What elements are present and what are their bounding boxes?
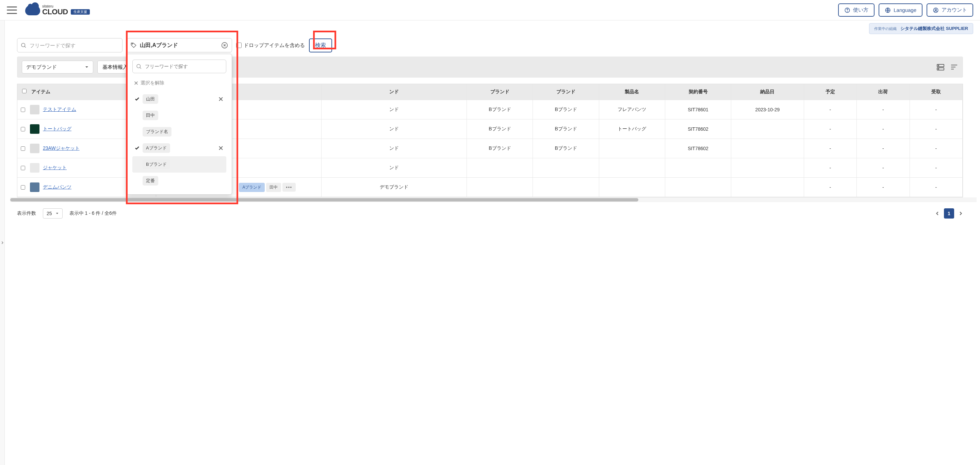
rows-per-page-select[interactable]: 25 xyxy=(43,208,63,218)
cell-tags xyxy=(235,100,321,119)
item-thumbnail xyxy=(30,182,40,192)
horizontal-scrollbar[interactable] xyxy=(10,197,977,202)
tag-option[interactable]: ブランド名 xyxy=(132,124,226,140)
search-icon xyxy=(21,42,27,48)
remove-icon[interactable] xyxy=(218,96,224,102)
clear-icon[interactable] xyxy=(221,41,228,49)
freeword-input[interactable] xyxy=(17,38,123,53)
cell-plan: - xyxy=(804,158,856,178)
cell-brand-p: デモブランド xyxy=(321,178,466,197)
item-link[interactable]: デニムパンツ xyxy=(43,184,72,190)
svg-point-12 xyxy=(938,68,939,69)
logo[interactable]: sitateru CLOUD 生産支援 xyxy=(25,5,90,16)
include-drop-checkbox[interactable]: ドロップアイテムを含める xyxy=(236,42,305,49)
cell-contract xyxy=(665,178,731,197)
brand-select[interactable]: デモブランド xyxy=(22,61,93,73)
cell-contract: SIT78602 xyxy=(665,139,731,158)
cell-receive: - xyxy=(910,158,963,178)
current-page[interactable]: 1 xyxy=(944,208,954,218)
row-checkbox[interactable] xyxy=(21,127,25,131)
item-link[interactable]: トートバッグ xyxy=(43,126,72,132)
cell-ship: - xyxy=(857,100,910,119)
hamburger-menu[interactable] xyxy=(7,6,17,14)
cell-product: フレアパンツ xyxy=(599,100,665,119)
select-all-checkbox[interactable] xyxy=(22,89,27,93)
tag-option[interactable]: 田中 xyxy=(132,107,226,124)
cell-receive: - xyxy=(910,100,963,119)
cell-delivery xyxy=(731,178,804,197)
cell-plan: - xyxy=(804,139,856,158)
col-contract: 契約番号 xyxy=(665,84,731,100)
remove-icon[interactable] xyxy=(218,145,224,151)
item-thumbnail xyxy=(30,144,40,153)
clear-label: 選択を解除 xyxy=(140,80,164,86)
cell-brand-p: ンド xyxy=(321,100,466,119)
tag-option[interactable]: Bブランド xyxy=(132,156,226,173)
globe-icon xyxy=(885,7,891,13)
org-badge[interactable]: 作業中の組織 シタテル縫製株式会社 SUPPLIER xyxy=(869,23,973,34)
cell-tags xyxy=(235,139,321,158)
cell-brand-p: ンド xyxy=(321,139,466,158)
language-button[interactable]: Language xyxy=(878,3,923,17)
item-link[interactable]: テストアイテム xyxy=(43,107,76,113)
cell-b2 xyxy=(533,178,599,197)
cell-product xyxy=(599,158,665,178)
cell-brand-p: ンド xyxy=(321,158,466,178)
cell-b1: Bブランド xyxy=(467,139,533,158)
col-plan: 予定 xyxy=(804,84,856,100)
rows-value: 25 xyxy=(47,211,52,216)
account-button[interactable]: アカウント xyxy=(927,3,973,17)
brand-select-value: デモブランド xyxy=(26,64,57,70)
col-brand2: ブランド xyxy=(533,84,599,100)
item-link[interactable]: 23AWジャケット xyxy=(43,145,80,151)
clear-selection[interactable]: 選択を解除 xyxy=(132,79,226,91)
tag-option[interactable]: Aブランド xyxy=(132,140,226,156)
tag-option[interactable]: 定番 xyxy=(132,173,226,189)
svg-point-11 xyxy=(938,65,939,66)
svg-point-8 xyxy=(137,64,140,68)
svg-point-5 xyxy=(21,43,25,47)
layout-icon[interactable] xyxy=(937,63,945,71)
account-label: アカウント xyxy=(942,7,967,13)
tag-filter-input[interactable] xyxy=(132,60,226,73)
tag-search-field[interactable]: 山田,Aブランド xyxy=(127,38,232,53)
tag-badge: 田中 xyxy=(266,183,281,192)
cell-b1 xyxy=(467,158,533,178)
org-label: 作業中の組織 xyxy=(874,27,897,31)
rows-label: 表示件数 xyxy=(17,210,36,217)
cell-product xyxy=(599,139,665,158)
row-checkbox[interactable] xyxy=(21,166,25,170)
cell-ship: - xyxy=(857,158,910,178)
tag-pill: 山田 xyxy=(143,94,158,104)
sort-icon[interactable] xyxy=(950,63,958,71)
row-checkbox[interactable] xyxy=(21,185,25,190)
tag-option[interactable]: 山田 xyxy=(132,91,226,107)
row-checkbox[interactable] xyxy=(21,108,25,112)
svg-point-6 xyxy=(132,44,133,44)
tag-pill: Aブランド xyxy=(143,143,170,153)
howto-button[interactable]: 使い方 xyxy=(838,3,875,17)
chevron-down-icon xyxy=(85,65,89,69)
search-icon xyxy=(136,63,142,69)
col-product: 製品名 xyxy=(599,84,665,100)
more-tags[interactable]: ••• xyxy=(282,183,296,192)
tag-pill: Bブランド xyxy=(143,160,170,169)
cell-b1 xyxy=(467,178,533,197)
cell-brand-p: ンド xyxy=(321,119,466,139)
language-label: Language xyxy=(894,7,916,13)
item-link[interactable]: ジャケット xyxy=(43,165,67,171)
include-drop-input[interactable] xyxy=(236,43,242,48)
logo-big-text: CLOUD xyxy=(42,8,68,16)
row-checkbox[interactable] xyxy=(21,147,25,151)
next-page-icon[interactable] xyxy=(958,211,963,216)
search-button[interactable]: 検索 xyxy=(309,38,332,53)
cell-delivery xyxy=(731,158,804,178)
prev-page-icon[interactable] xyxy=(935,211,940,216)
scrollbar-thumb[interactable] xyxy=(10,198,638,202)
showing-text: 表示中 1 - 6 件 / 全6件 xyxy=(69,210,117,217)
logo-badge: 生産支援 xyxy=(71,9,90,14)
user-icon xyxy=(933,7,939,13)
col-ship: 出荷 xyxy=(857,84,910,100)
cell-receive: - xyxy=(910,119,963,139)
cell-b1: Bブランド xyxy=(467,119,533,139)
